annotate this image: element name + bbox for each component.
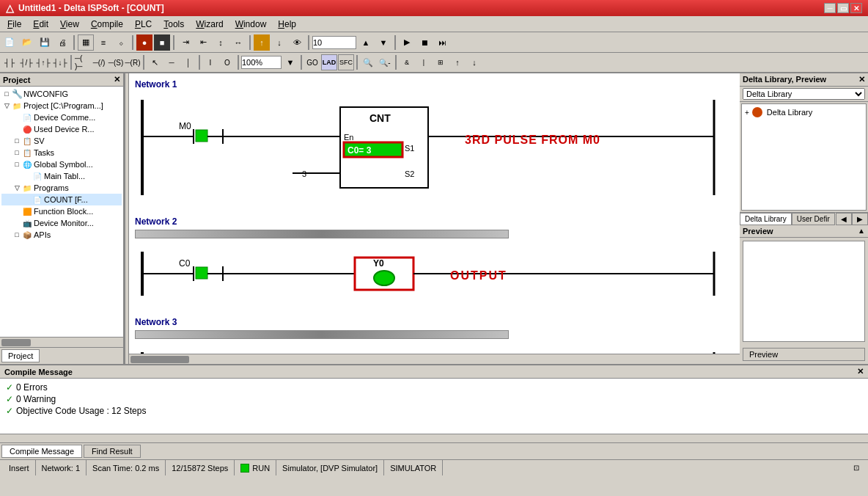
new-btn[interactable]: 📄 [1, 34, 18, 51]
cursor-btn[interactable]: ↖ [147, 54, 163, 70]
menu-compile[interactable]: Compile [85, 18, 129, 31]
coil-btn[interactable]: ─( )─ [74, 54, 90, 70]
lad-btn[interactable]: LAD [321, 54, 337, 70]
right-panel-close-icon[interactable]: ✕ [858, 75, 865, 84]
tab-find-result[interactable]: Find Result [84, 445, 141, 458]
up-arrow[interactable]: ▲ [358, 34, 374, 51]
minimize-btn[interactable]: ─ [824, 3, 836, 13]
down-arrow[interactable]: ▼ [375, 34, 391, 51]
zoom-in-btn[interactable]: 🔍 [360, 54, 376, 70]
tab-next[interactable]: ▶ [852, 213, 868, 225]
wire-h-btn[interactable]: ─ [163, 54, 180, 70]
wire-v-btn[interactable]: │ [180, 54, 196, 70]
list-view-btn[interactable]: ≡ [95, 34, 111, 51]
btn1[interactable]: ⇥ [177, 34, 194, 51]
ladder-area: Network 1 M0 [129, 73, 740, 364]
play-btn[interactable]: ▶ [399, 34, 415, 51]
restore-btn[interactable]: ▭ [837, 3, 849, 13]
ladder-view-btn[interactable]: ▦ [78, 34, 94, 51]
btn2[interactable]: ⇤ [195, 34, 211, 51]
close-btn[interactable]: ✕ [850, 3, 862, 13]
ncoil-btn[interactable]: ─(/) [91, 54, 107, 70]
step-btn[interactable]: ⏭ [434, 34, 450, 51]
menu-plc[interactable]: PLC [129, 18, 158, 31]
preview-tab[interactable]: Preview [743, 348, 865, 361]
menu-wizard[interactable]: Wizard [190, 18, 229, 31]
down-btn2[interactable]: ↓ [466, 54, 482, 70]
tree-item-tasks[interactable]: □ 📋 Tasks [1, 147, 122, 158]
input-mon-btn[interactable]: I [202, 54, 218, 70]
btn4[interactable]: ↔ [230, 34, 246, 51]
compile-close-icon[interactable]: ✕ [857, 367, 864, 376]
upload-btn[interactable]: ↑ [254, 34, 270, 51]
stop-btn[interactable]: ■ [154, 34, 170, 51]
tree-item-nwconfig[interactable]: □ 🔧 NWCONFIG [1, 88, 122, 100]
and-btn[interactable]: & [399, 54, 415, 70]
right-panel: Delta Library, Preview ✕ Delta Library +… [740, 73, 868, 364]
ncontact-btn[interactable]: ┤/├ [18, 54, 34, 70]
compile-title: Compile Message [4, 368, 73, 376]
print-btn[interactable]: 🖨 [54, 34, 70, 51]
tree-item-global-sym[interactable]: □ 🌐 Global Symbol... [1, 158, 122, 170]
project-close-icon[interactable]: ✕ [114, 75, 120, 84]
delta-library-item[interactable]: + Delta Library [745, 107, 863, 117]
menu-help[interactable]: Help [272, 18, 302, 31]
tree-item-project[interactable]: ▽ 📁 Project [C:\Program...] [1, 100, 122, 112]
menu-tools[interactable]: Tools [158, 18, 190, 31]
tab-user-define[interactable]: User Defir [792, 213, 835, 225]
preview-close-icon[interactable]: ▲ [858, 227, 865, 236]
tree-item-device-comm[interactable]: 📄 Device Comme... [1, 112, 122, 123]
zoom-out-btn[interactable]: 🔍- [377, 54, 393, 70]
menu-edit[interactable]: Edit [27, 18, 54, 31]
scoil-btn[interactable]: ─(S) [108, 54, 124, 70]
tree-item-main-table[interactable]: 📄 Main Tabl... [1, 170, 122, 182]
run-btn[interactable]: ● [136, 34, 152, 51]
tab-prev[interactable]: ◀ [836, 213, 852, 225]
output-mon-btn[interactable]: O [219, 54, 235, 70]
download-btn[interactable]: ↓ [271, 34, 287, 51]
zoom-input[interactable]: 100% [241, 56, 282, 69]
zoom-down-btn[interactable]: ▼ [282, 54, 298, 70]
tree-item-count[interactable]: 📄 COUNT [F... [1, 194, 122, 205]
menu-view[interactable]: View [54, 18, 85, 31]
tree-item-programs[interactable]: ▽ 📁 Programs [1, 182, 122, 194]
menu-file[interactable]: File [1, 18, 27, 31]
tab-compile-message[interactable]: Compile Message [1, 445, 82, 458]
rcoil-btn[interactable]: ─(R) [125, 54, 141, 70]
compile-row-errors: ✓ 0 Errors [6, 382, 862, 393]
svg-text:C0: C0 [179, 258, 191, 269]
tab-delta-library[interactable]: Delta Library [740, 213, 792, 225]
counter-input[interactable]: 10 [312, 36, 356, 49]
pcontact-btn[interactable]: ┤↑├ [35, 54, 51, 70]
monitor-btn[interactable]: 👁 [289, 34, 305, 51]
tree-item-function-block[interactable]: 🟧 Function Block... [1, 205, 122, 217]
extra-btn[interactable]: ⊞ [433, 54, 449, 70]
sfcview-btn[interactable]: ⬦ [113, 34, 129, 51]
project-tree: □ 🔧 NWCONFIG ▽ 📁 Project [C:\Program...]… [0, 87, 123, 337]
ladder-hscroll[interactable] [129, 354, 740, 364]
global-sym-icon: 🌐 [22, 159, 32, 169]
stop2-btn[interactable]: ⏹ [416, 34, 433, 51]
menu-window[interactable]: Window [229, 18, 273, 31]
ncontact2-btn[interactable]: ┤↓├ [52, 54, 68, 70]
tree-item-used-device[interactable]: 🔴 Used Device R... [1, 123, 122, 135]
project-tab[interactable]: Project [1, 349, 40, 362]
ladder-scroll[interactable]: Network 1 M0 [129, 73, 740, 354]
tree-item-device-monitor[interactable]: 📺 Device Monitor... [1, 217, 122, 229]
compile-hscroll[interactable] [0, 434, 868, 442]
tree-item-apis[interactable]: □ 📦 APIs [1, 229, 122, 241]
expand-icon: ▽ [12, 183, 22, 193]
library-dropdown[interactable]: Delta Library [743, 88, 865, 100]
h-scroll[interactable] [0, 337, 123, 347]
sfc-btn[interactable]: SFC [338, 54, 354, 70]
contact-btn[interactable]: ┤├ [1, 54, 18, 70]
up-btn2[interactable]: ↑ [449, 54, 466, 70]
save-btn[interactable]: 💾 [37, 34, 53, 51]
gooaddr-btn[interactable]: GO [304, 54, 320, 70]
or-btn[interactable]: | [416, 54, 432, 70]
btn3[interactable]: ↕ [213, 34, 229, 51]
svg-text:C0= 3: C0= 3 [347, 145, 372, 156]
open-btn[interactable]: 📂 [19, 34, 35, 51]
sep1 [73, 35, 75, 50]
tree-item-sv[interactable]: □ 📋 SV [1, 135, 122, 147]
